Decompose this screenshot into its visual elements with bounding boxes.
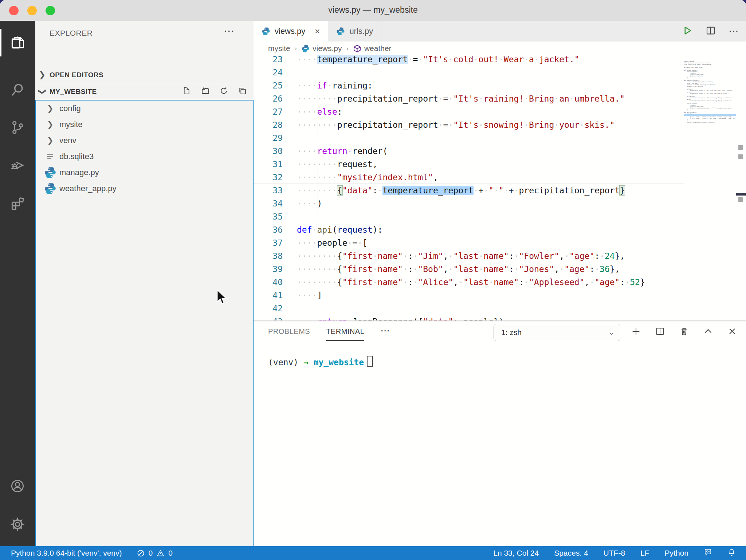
code-line-42[interactable]: 42	[254, 302, 645, 315]
new-file-icon[interactable]	[182, 86, 191, 97]
status-item-utf-8[interactable]: UTF-8	[604, 549, 625, 557]
line-number: 28	[254, 118, 283, 131]
tree-item-db.sqlite3[interactable]: db.sqlite3	[36, 149, 253, 165]
breadcrumb-item-mysite[interactable]: mysite	[268, 44, 290, 53]
code-line-31[interactable]: 31········request,	[254, 158, 645, 171]
line-number: 31	[254, 158, 283, 171]
file-label: weather_app.py	[59, 184, 117, 193]
terminal-shell-select[interactable]: 1: zsh ⌄	[494, 324, 620, 341]
code-line-25[interactable]: 25····if·raining:	[254, 79, 645, 92]
status-item-python[interactable]: Python	[665, 549, 688, 557]
code-line-37[interactable]: 37····people·=·[	[254, 236, 645, 249]
minimap[interactable]: import randomfrom django.shortcuts impor…	[684, 55, 736, 320]
project-label: MY_WEBSITE	[50, 88, 97, 96]
line-number: 43	[254, 315, 283, 320]
python-file-icon	[262, 27, 270, 36]
cwd-label: my_website	[314, 358, 364, 367]
close-tab-icon[interactable]: ×	[315, 26, 320, 36]
code-line-28[interactable]: 28········precipitation_report·=·"It's·s…	[254, 118, 645, 131]
tree-item-weather_app.py[interactable]: weather_app.py	[36, 181, 253, 197]
run-debug-icon[interactable]	[0, 147, 35, 182]
split-terminal-icon[interactable]	[655, 326, 665, 338]
indent-guide	[318, 95, 318, 134]
settings-gear-icon[interactable]	[0, 507, 35, 542]
error-icon	[137, 549, 145, 557]
code-line-23[interactable]: 23····temperature_report·=·"It's·cold·ou…	[254, 55, 645, 66]
notifications-bell-icon[interactable]	[727, 548, 736, 558]
status-item-ln-33-col-24[interactable]: Ln 33, Col 24	[493, 549, 539, 557]
code-line-43[interactable]: 43····return·JsonResponse({"data":·peopl…	[254, 315, 645, 320]
code-line-34[interactable]: 34····)	[254, 197, 645, 210]
account-icon[interactable]	[0, 469, 35, 504]
line-number: 37	[254, 236, 283, 249]
code-line-35[interactable]: 35	[254, 210, 645, 223]
code-line-40[interactable]: 40········{"first·name"·:·"Alice",·"last…	[254, 276, 645, 289]
breadcrumb-item-weather[interactable]: weather	[364, 44, 392, 53]
namespace-symbol-icon	[353, 44, 361, 53]
line-number: 23	[254, 55, 283, 66]
code-line-38[interactable]: 38········{"first·name"·:·"Jim",·"last·n…	[254, 249, 645, 263]
breadcrumb-item-views.py[interactable]: views.py	[313, 44, 342, 53]
status-item-lf[interactable]: LF	[640, 549, 649, 557]
terminal-prompt[interactable]: (venv) → my_website	[268, 356, 373, 367]
code-line-36[interactable]: 36def·api(request):	[254, 223, 645, 236]
panel-more-icon[interactable]: ⋯	[380, 325, 390, 341]
chevron-right-icon: ❯	[35, 70, 50, 80]
open-editors-section[interactable]: ❯ OPEN EDITORS	[35, 67, 254, 83]
sidebar-more-actions-icon[interactable]: ⋯	[224, 24, 235, 37]
overview-ruler[interactable]	[736, 55, 746, 320]
python-interpreter-status[interactable]: Python 3.9.0 64-bit ('venv': venv)	[11, 549, 122, 557]
mouse-cursor	[214, 288, 229, 306]
line-number: 39	[254, 263, 283, 276]
maximize-panel-icon[interactable]	[703, 326, 713, 338]
feedback-icon[interactable]	[704, 548, 712, 558]
tab-views-py[interactable]: views.py ×	[254, 21, 328, 42]
run-python-file-icon[interactable]	[682, 25, 693, 38]
collapse-all-icon[interactable]	[238, 86, 247, 97]
problems-status[interactable]: 0 0	[137, 549, 173, 557]
chevron-down-icon: ⌄	[609, 328, 614, 336]
code-line-32[interactable]: 32········"mysite/index.html",	[254, 171, 645, 184]
terminal-cursor	[367, 356, 373, 367]
code-line-41[interactable]: 41····]	[254, 289, 645, 302]
kill-terminal-icon[interactable]	[679, 326, 689, 338]
new-terminal-icon[interactable]	[631, 326, 641, 338]
panel-tab-problems[interactable]: PROBLEMS	[268, 327, 310, 341]
panel-tab-terminal[interactable]: TERMINAL	[326, 327, 364, 341]
search-icon[interactable]	[0, 72, 35, 107]
warning-icon	[156, 549, 165, 557]
tab-urls-py[interactable]: urls.py	[328, 21, 381, 42]
prompt-arrow: →	[303, 358, 314, 367]
minimap-line: temperature_report = "It's warm out! Don…	[684, 90, 736, 91]
more-actions-icon[interactable]: ⋯	[729, 25, 739, 37]
code-line-24[interactable]: 24	[254, 66, 645, 79]
tree-item-manage.py[interactable]: manage.py	[36, 165, 253, 181]
close-panel-icon[interactable]	[727, 326, 737, 338]
explorer-icon[interactable]	[0, 25, 35, 60]
code-editor[interactable]: 23····temperature_report·=·"It's·cold·ou…	[254, 55, 736, 320]
code-line-26[interactable]: 26········precipitation_report·=·"It's·r…	[254, 92, 645, 105]
status-item-spaces-4[interactable]: Spaces: 4	[554, 549, 588, 557]
tree-item-mysite[interactable]: ❯mysite	[36, 117, 253, 133]
source-control-icon[interactable]	[0, 110, 35, 145]
code-line-33[interactable]: 33········{"data":·temperature_report·+·…	[254, 184, 645, 197]
extensions-icon[interactable]	[0, 185, 35, 220]
split-editor-icon[interactable]	[705, 25, 716, 38]
tab-label: urls.py	[349, 27, 373, 36]
file-label: mysite	[59, 120, 83, 129]
ruler-marker	[738, 154, 743, 159]
window-title: views.py — my_website	[0, 5, 746, 15]
tree-item-venv[interactable]: ❯venv	[36, 133, 253, 149]
code-line-39[interactable]: 39········{"first·name"·:·"Bob",·"last·n…	[254, 263, 645, 276]
line-number: 36	[254, 223, 283, 236]
refresh-icon[interactable]	[219, 86, 228, 97]
project-section-header[interactable]: ❯ MY_WEBSITE	[35, 84, 254, 99]
new-folder-icon[interactable]	[201, 86, 210, 97]
minimap-line: {"first name" : "Alice", "last name": "A…	[684, 118, 736, 119]
line-number: 30	[254, 145, 283, 158]
tree-item-config[interactable]: ❯config	[36, 100, 253, 117]
code-line-30[interactable]: 30····return·render(	[254, 145, 645, 158]
code-line-29[interactable]: 29	[254, 131, 645, 145]
line-number: 41	[254, 289, 283, 302]
code-line-27[interactable]: 27····else:	[254, 105, 645, 118]
